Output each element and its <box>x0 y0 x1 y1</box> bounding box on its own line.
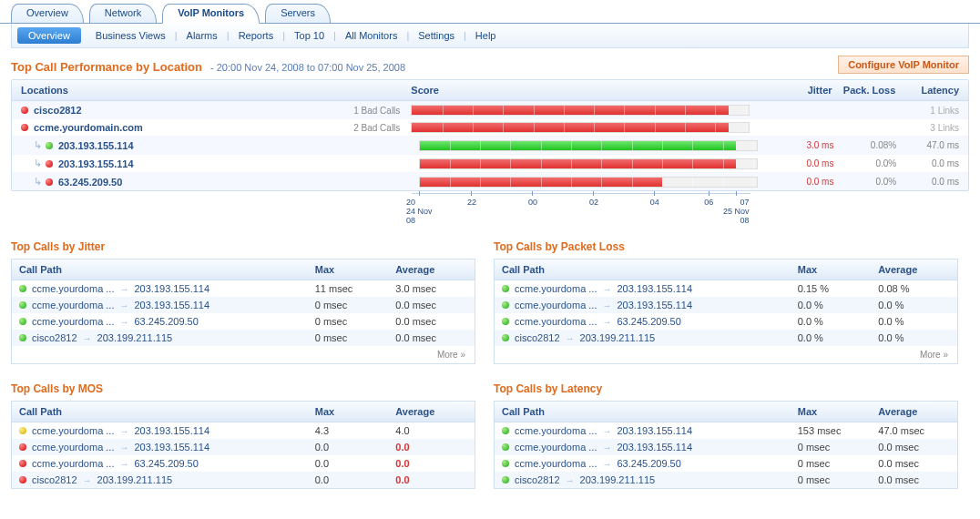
arrow-right-icon: → <box>602 443 611 453</box>
subnav-settings[interactable]: Settings <box>409 30 464 41</box>
call-destination: 203.193.155.114 <box>134 442 209 453</box>
call-destination: 203.199.211.115 <box>580 332 656 343</box>
axis-tick: 04 <box>650 191 659 207</box>
list-item[interactable]: cisco2812→203.199.211.1150.0 %0.0 % <box>495 330 957 346</box>
table-row[interactable]: cisco28121 Bad Calls1 Links <box>12 101 968 118</box>
table-row[interactable]: ccme.yourdomain.com2 Bad Calls3 Links <box>12 118 968 136</box>
call-destination: 203.193.155.114 <box>617 300 692 310</box>
list-item[interactable]: ccme.yourdoma ...→63.245.209.500.00.0 <box>12 455 475 472</box>
panel-jitter: Top Calls by JitterCall PathMaxAveragecc… <box>11 240 475 364</box>
child-arrow-icon: ↳ <box>34 158 42 169</box>
call-source: cisco2812 <box>515 332 560 343</box>
call-source: ccme.yourdoma ... <box>515 442 597 453</box>
col-jitter[interactable]: Jitter <box>769 85 832 96</box>
latency-value: 47.0 ms <box>896 140 959 150</box>
axis-tick: 2024 Nov08 <box>406 191 433 225</box>
location-name[interactable]: cisco2812 <box>34 105 82 116</box>
table-row[interactable]: ↳203.193.155.1143.0 ms0.08%47.0 ms <box>12 136 968 154</box>
col-avg[interactable]: Average <box>395 406 467 417</box>
subnav-top-10[interactable]: Top 10 <box>285 30 333 41</box>
status-dot-icon <box>502 476 509 483</box>
col-score[interactable]: Score <box>411 85 768 96</box>
col-path[interactable]: Call Path <box>19 264 315 275</box>
location-name[interactable]: ccme.yourdomain.com <box>34 122 143 133</box>
col-packet-loss[interactable]: Pack. Loss <box>832 85 896 96</box>
score-bar <box>411 105 750 116</box>
col-avg[interactable]: Average <box>878 264 950 275</box>
jitter-value: 0.0 ms <box>771 158 834 168</box>
list-item[interactable]: ccme.yourdoma ...→203.193.155.114153 mse… <box>495 422 957 439</box>
location-name[interactable]: 203.193.155.114 <box>58 158 134 169</box>
arrow-right-icon: → <box>566 333 575 343</box>
col-max[interactable]: Max <box>798 264 879 275</box>
location-name[interactable]: 203.193.155.114 <box>58 140 134 151</box>
list-item[interactable]: ccme.yourdoma ...→203.193.155.1140.0 %0.… <box>495 297 957 313</box>
subnav-business-views[interactable]: Business Views <box>87 30 175 41</box>
axis-tick: 22 <box>467 191 476 207</box>
list-item[interactable]: ccme.yourdoma ...→63.245.209.500.0 %0.0 … <box>495 313 957 330</box>
arrow-right-icon: → <box>119 317 128 327</box>
call-source: ccme.yourdoma ... <box>515 300 597 310</box>
location-name[interactable]: 63.245.209.50 <box>58 177 122 188</box>
configure-voip-button[interactable]: Configure VoIP Monitor <box>838 56 969 74</box>
packet-loss-value: 0.0% <box>833 177 896 187</box>
list-item[interactable]: cisco2812→203.199.211.1150 msec0.0 msec <box>495 472 957 488</box>
status-dot-icon <box>19 460 26 467</box>
col-avg[interactable]: Average <box>878 406 950 417</box>
subnav-alarms[interactable]: Alarms <box>178 30 227 41</box>
more-link[interactable]: More » <box>12 346 475 363</box>
max-value: 153 msec <box>798 425 879 436</box>
call-destination: 63.245.209.50 <box>617 458 680 469</box>
links-count[interactable]: 1 Links <box>895 106 959 116</box>
table-row[interactable]: ↳63.245.209.500.0 ms0.0%0.0 ms <box>12 172 968 190</box>
more-link[interactable]: More » <box>495 346 957 363</box>
col-path[interactable]: Call Path <box>502 264 798 275</box>
links-count[interactable]: 3 Links <box>895 123 959 133</box>
arrow-right-icon: → <box>119 426 128 436</box>
list-item[interactable]: cisco2812→203.199.211.1150 msec0.0 msec <box>12 330 475 346</box>
list-item[interactable]: ccme.yourdoma ...→203.193.155.1140 msec0… <box>495 439 957 455</box>
col-max[interactable]: Max <box>315 406 396 417</box>
list-item[interactable]: ccme.yourdoma ...→203.193.155.1140.00.0 <box>12 439 475 455</box>
status-dot-icon <box>502 318 509 325</box>
col-max[interactable]: Max <box>315 264 396 275</box>
subnav-reports[interactable]: Reports <box>230 30 283 41</box>
col-max[interactable]: Max <box>798 406 879 417</box>
avg-value: 0.0 <box>395 442 467 453</box>
table-row[interactable]: ↳203.193.155.1140.0 ms0.0%0.0 ms <box>12 154 968 172</box>
subnav-help[interactable]: Help <box>466 30 505 41</box>
title-row: Top Call Performance by Location - 20:00… <box>11 56 969 74</box>
list-item[interactable]: ccme.yourdoma ...→63.245.209.500 msec0.0… <box>495 455 957 472</box>
arrow-right-icon: → <box>119 284 128 294</box>
list-item[interactable]: ccme.yourdoma ...→203.193.155.1140.15 %0… <box>495 280 957 297</box>
status-dot-icon <box>21 107 28 114</box>
status-dot-icon <box>19 285 26 292</box>
arrow-right-icon: → <box>566 475 575 485</box>
list-item[interactable]: ccme.yourdoma ...→203.193.155.11411 msec… <box>12 280 475 297</box>
top-tab-voip-monitors[interactable]: VoIP Monitors <box>162 4 260 24</box>
list-item[interactable]: cisco2812→203.199.211.1150.00.0 <box>12 472 475 488</box>
max-value: 11 msec <box>315 283 396 294</box>
call-destination: 63.245.209.50 <box>134 458 198 469</box>
jitter-value: 0.0 ms <box>771 177 834 187</box>
top-tab-overview[interactable]: Overview <box>11 4 84 23</box>
top-tab-servers[interactable]: Servers <box>265 4 331 23</box>
avg-value: 0.0 msec <box>395 332 467 343</box>
call-destination: 203.199.211.115 <box>97 332 173 343</box>
col-locations[interactable]: Locations <box>21 85 411 96</box>
avg-value: 0.0 msec <box>878 458 950 469</box>
subnav-all-monitors[interactable]: All Monitors <box>336 30 406 41</box>
panel-title: Top Calls by Packet Loss <box>494 240 958 253</box>
call-destination: 203.193.155.114 <box>617 425 692 436</box>
list-item[interactable]: ccme.yourdoma ...→203.193.155.1140 msec0… <box>12 297 475 313</box>
arrow-right-icon: → <box>119 459 128 469</box>
col-path[interactable]: Call Path <box>502 406 798 417</box>
list-item[interactable]: ccme.yourdoma ...→63.245.209.500 msec0.0… <box>12 313 475 330</box>
col-latency[interactable]: Latency <box>895 85 959 96</box>
top-tab-network[interactable]: Network <box>89 4 157 23</box>
sub-nav-active[interactable]: Overview <box>17 27 81 44</box>
list-item[interactable]: ccme.yourdoma ...→203.193.155.1144.34.0 <box>12 422 475 439</box>
col-path[interactable]: Call Path <box>19 406 315 417</box>
panel-title: Top Calls by Jitter <box>11 240 475 253</box>
col-avg[interactable]: Average <box>395 264 467 275</box>
